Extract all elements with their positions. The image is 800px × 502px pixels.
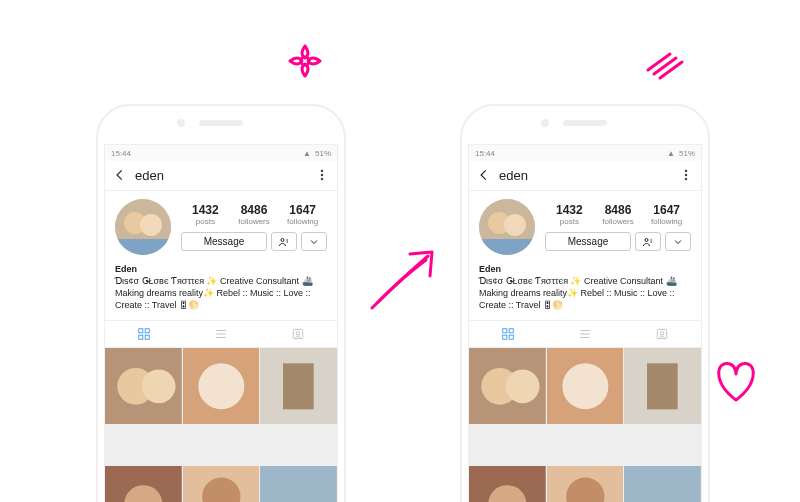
svg-point-30 <box>685 178 687 180</box>
display-name: Eden <box>479 263 691 275</box>
stat-following[interactable]: 1647following <box>642 203 691 226</box>
post-thumb[interactable] <box>624 466 701 502</box>
message-button[interactable]: Message <box>181 232 267 251</box>
svg-rect-9 <box>138 328 142 332</box>
post-thumb[interactable] <box>624 348 701 425</box>
svg-rect-26 <box>260 466 337 502</box>
bio: Eden Ɗιѕ¢σ ǤŁσвє Ƭяσττєя ✨ Creative Cons… <box>469 259 701 320</box>
status-bar: 15:44 ▲ 51% <box>469 145 701 161</box>
dropdown-button[interactable] <box>301 232 327 251</box>
bio-line-2: Making dreams reality✨ Rebel :: Music ::… <box>115 287 327 311</box>
follow-suggest-button[interactable] <box>635 232 661 251</box>
avatar[interactable] <box>479 199 535 255</box>
tab-grid[interactable] <box>469 321 546 347</box>
svg-point-46 <box>562 363 608 409</box>
svg-rect-36 <box>502 328 506 332</box>
post-thumb[interactable] <box>547 348 624 425</box>
posts-grid <box>469 348 701 502</box>
svg-rect-10 <box>145 328 149 332</box>
more-icon[interactable] <box>315 168 329 184</box>
svg-rect-53 <box>624 466 701 502</box>
profile-tabs <box>105 320 337 348</box>
profile-header: eden <box>105 161 337 191</box>
svg-rect-13 <box>294 329 303 338</box>
post-thumb[interactable] <box>469 466 546 502</box>
avatar[interactable] <box>115 199 171 255</box>
tab-list[interactable] <box>546 321 623 347</box>
svg-rect-11 <box>138 335 142 339</box>
username: eden <box>135 168 307 183</box>
more-icon[interactable] <box>679 168 693 184</box>
svg-rect-39 <box>509 335 513 339</box>
bio-line-1: Ɗιѕ¢σ ǤŁσвє Ƭяσττєя ✨ Creative Consultan… <box>115 275 327 287</box>
back-icon[interactable] <box>113 168 127 184</box>
svg-point-33 <box>504 214 526 236</box>
app-screen: 15:44 ▲ 51% eden 1432 po <box>104 144 338 502</box>
svg-point-2 <box>321 174 323 176</box>
post-thumb[interactable] <box>183 348 260 425</box>
tab-tagged[interactable] <box>260 321 337 347</box>
svg-rect-38 <box>502 335 506 339</box>
follow-suggest-button[interactable] <box>271 232 297 251</box>
svg-rect-34 <box>479 239 535 255</box>
svg-point-29 <box>685 174 687 176</box>
stat-followers[interactable]: 8486followers <box>594 203 643 226</box>
message-button[interactable]: Message <box>545 232 631 251</box>
svg-point-1 <box>321 169 323 171</box>
app-screen: 15:44 ▲ 51% eden 1432posts 8486followers… <box>468 144 702 502</box>
svg-point-17 <box>142 369 176 403</box>
svg-point-35 <box>645 238 648 241</box>
bio: Eden Ɗιѕ¢σ ǤŁσвє Ƭяσττєя ✨ Creative Cons… <box>105 259 337 320</box>
tab-grid[interactable] <box>105 321 182 347</box>
profile-tabs <box>469 320 701 348</box>
username: eden <box>499 168 671 183</box>
status-signal-icon: ▲ <box>303 149 311 158</box>
svg-rect-12 <box>145 335 149 339</box>
svg-rect-37 <box>509 328 513 332</box>
post-thumb[interactable] <box>105 466 182 502</box>
post-thumb[interactable] <box>547 466 624 502</box>
stat-posts[interactable]: 1432 posts <box>181 203 230 226</box>
dropdown-button[interactable] <box>665 232 691 251</box>
tab-list[interactable] <box>182 321 259 347</box>
flower-doodle <box>280 36 330 86</box>
svg-point-41 <box>661 331 665 335</box>
status-time: 15:44 <box>475 149 495 158</box>
svg-rect-48 <box>647 363 678 409</box>
profile-header: eden <box>469 161 701 191</box>
post-thumb[interactable] <box>260 348 337 425</box>
stats-block: 1432posts 8486followers 1647following Me… <box>545 203 691 251</box>
bio-line-1: Ɗιѕ¢σ ǤŁσвє Ƭяσττєя ✨ Creative Consultan… <box>479 275 691 287</box>
svg-rect-21 <box>283 363 314 409</box>
phone-mockup-before: 15:44 ▲ 51% eden 1432 po <box>96 104 346 502</box>
post-thumb[interactable] <box>183 466 260 502</box>
post-thumb[interactable] <box>105 348 182 425</box>
status-time: 15:44 <box>111 149 131 158</box>
svg-point-3 <box>321 178 323 180</box>
stat-followers[interactable]: 8486 followers <box>230 203 279 226</box>
stat-posts[interactable]: 1432posts <box>545 203 594 226</box>
heart-doodle <box>706 352 766 408</box>
status-signal-icon: ▲ <box>667 149 675 158</box>
svg-point-28 <box>685 169 687 171</box>
post-thumb[interactable] <box>469 348 546 425</box>
svg-point-19 <box>198 363 244 409</box>
lines-doodle <box>640 46 686 82</box>
stat-following[interactable]: 1647 following <box>278 203 327 226</box>
status-bar: 15:44 ▲ 51% <box>105 145 337 161</box>
posts-grid <box>105 348 337 502</box>
svg-rect-40 <box>658 329 667 338</box>
tab-tagged[interactable] <box>624 321 701 347</box>
svg-point-8 <box>281 238 284 241</box>
post-thumb[interactable] <box>260 466 337 502</box>
stats-block: 1432 posts 8486 followers 1647 following… <box>181 203 327 251</box>
status-battery: 51% <box>315 149 331 158</box>
display-name: Eden <box>115 263 327 275</box>
svg-point-44 <box>506 369 540 403</box>
arrow-doodle <box>360 230 450 320</box>
svg-point-14 <box>297 331 301 335</box>
svg-rect-7 <box>115 239 171 255</box>
back-icon[interactable] <box>477 168 491 184</box>
status-battery: 51% <box>679 149 695 158</box>
bio-line-2: Making dreams reality✨ Rebel :: Music ::… <box>479 287 691 311</box>
